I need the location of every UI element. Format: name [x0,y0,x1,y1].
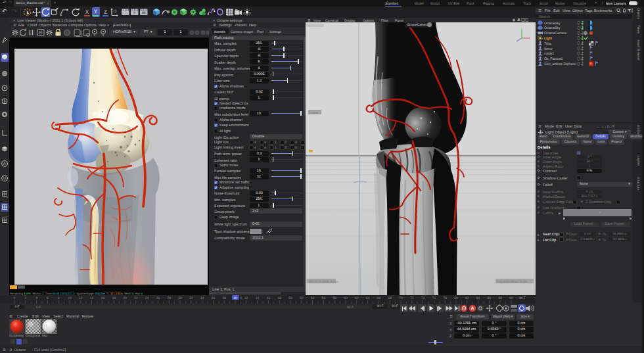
svg-text:22: 22 [134,296,138,300]
svg-text:40: 40 [233,296,237,300]
svg-text:78: 78 [443,296,447,300]
svg-text:Y: Y [521,28,523,30]
svg-text:12: 12 [79,296,83,300]
svg-text:0: 0 [14,296,16,300]
svg-text:68: 68 [388,296,392,300]
svg-text:A: A [3,162,7,166]
svg-text:4: 4 [35,296,37,300]
svg-text:14: 14 [90,296,94,300]
svg-text:44: 44 [256,296,260,300]
svg-text:46: 46 [267,296,271,300]
svg-text:R: R [39,31,42,35]
svg-text:30: 30 [178,296,182,300]
svg-text:32: 32 [189,296,193,300]
svg-text:42: 42 [244,296,248,300]
svg-text:70: 70 [399,296,403,300]
svg-text:88: 88 [498,296,502,300]
svg-text:58: 58 [333,296,336,300]
svg-text:20: 20 [123,296,127,300]
svg-text:6: 6 [47,296,49,300]
svg-text:A: A [471,306,474,311]
svg-text:28: 28 [167,296,171,300]
svg-text:74: 74 [421,296,425,300]
svg-text:0: 0 [241,296,242,300]
svg-text:18: 18 [112,296,116,300]
svg-text:8: 8 [58,296,60,300]
svg-text:36: 36 [212,296,216,300]
svg-text:82: 82 [465,296,469,300]
svg-text:62: 62 [355,296,359,300]
svg-text:64: 64 [366,296,370,300]
svg-text:38: 38 [222,296,226,300]
svg-text:60: 60 [344,296,348,300]
svg-text:76: 76 [432,296,436,300]
svg-text:66: 66 [377,296,381,300]
svg-text:84: 84 [476,296,480,300]
svg-text:54: 54 [311,296,315,300]
svg-text:26: 26 [156,296,160,300]
svg-text:U: U [3,176,7,181]
svg-text:86: 86 [488,296,492,300]
svg-text:80: 80 [454,296,458,300]
svg-text:34: 34 [200,296,204,300]
svg-text:50: 50 [288,296,292,300]
svg-text:90: 90 [509,296,513,300]
svg-text:2: 2 [24,296,26,300]
svg-text:90 F: 90 F [519,296,526,300]
svg-text:52: 52 [300,296,304,300]
svg-text:16: 16 [101,296,105,300]
svg-text:48: 48 [277,296,281,300]
svg-text:72: 72 [410,296,414,300]
svg-text:56: 56 [322,296,326,300]
svg-text:10: 10 [68,296,72,300]
svg-text:24: 24 [145,296,149,300]
